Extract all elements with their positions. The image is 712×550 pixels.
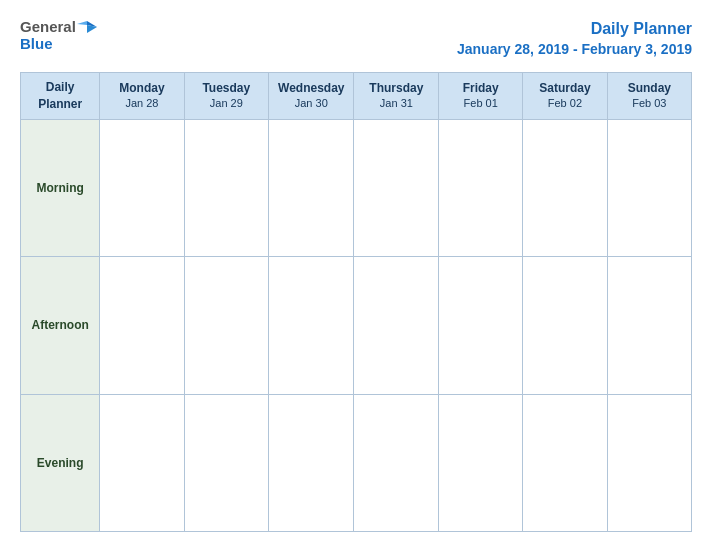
afternoon-thursday-cell[interactable]	[354, 257, 439, 394]
morning-row: Morning	[21, 119, 692, 256]
header-wednesday: Wednesday Jan 30	[269, 72, 354, 119]
afternoon-tuesday-cell[interactable]	[184, 257, 268, 394]
afternoon-wednesday-cell[interactable]	[269, 257, 354, 394]
tuesday-label: Tuesday	[189, 81, 264, 97]
header-thursday: Thursday Jan 31	[354, 72, 439, 119]
page-title: Daily Planner	[457, 18, 692, 40]
friday-date: Feb 01	[443, 96, 518, 110]
evening-label: Evening	[21, 394, 100, 531]
morning-monday-cell[interactable]	[100, 119, 184, 256]
afternoon-label: Afternoon	[21, 257, 100, 394]
afternoon-monday-cell[interactable]	[100, 257, 184, 394]
morning-friday-cell[interactable]	[439, 119, 523, 256]
logo-bird-icon	[77, 19, 97, 35]
monday-label: Monday	[104, 81, 179, 97]
afternoon-friday-cell[interactable]	[439, 257, 523, 394]
morning-sunday-cell[interactable]	[607, 119, 691, 256]
morning-wednesday-cell[interactable]	[269, 119, 354, 256]
header-monday: Monday Jan 28	[100, 72, 184, 119]
header-tuesday: Tuesday Jan 29	[184, 72, 268, 119]
saturday-date: Feb 02	[527, 96, 603, 110]
evening-friday-cell[interactable]	[439, 394, 523, 531]
calendar-table: Daily Planner Monday Jan 28 Tuesday Jan …	[20, 72, 692, 532]
morning-tuesday-cell[interactable]	[184, 119, 268, 256]
evening-row: Evening	[21, 394, 692, 531]
header-dp-line2: Planner	[38, 97, 82, 111]
svg-marker-1	[77, 21, 87, 25]
afternoon-row: Afternoon	[21, 257, 692, 394]
date-range: January 28, 2019 - February 3, 2019	[457, 40, 692, 60]
wednesday-date: Jan 30	[273, 96, 349, 110]
evening-saturday-cell[interactable]	[523, 394, 608, 531]
wednesday-label: Wednesday	[273, 81, 349, 97]
saturday-label: Saturday	[527, 81, 603, 97]
morning-label: Morning	[21, 119, 100, 256]
afternoon-saturday-cell[interactable]	[523, 257, 608, 394]
friday-label: Friday	[443, 81, 518, 97]
tuesday-date: Jan 29	[189, 96, 264, 110]
evening-sunday-cell[interactable]	[607, 394, 691, 531]
evening-tuesday-cell[interactable]	[184, 394, 268, 531]
evening-thursday-cell[interactable]	[354, 394, 439, 531]
page-header: General Blue Daily Planner January 28, 2…	[20, 18, 692, 60]
thursday-date: Jan 31	[358, 96, 434, 110]
header-friday: Friday Feb 01	[439, 72, 523, 119]
title-area: Daily Planner January 28, 2019 - Februar…	[457, 18, 692, 60]
header-row: Daily Planner Monday Jan 28 Tuesday Jan …	[21, 72, 692, 119]
evening-monday-cell[interactable]	[100, 394, 184, 531]
evening-wednesday-cell[interactable]	[269, 394, 354, 531]
header-dp-line1: Daily	[46, 80, 75, 94]
monday-date: Jan 28	[104, 96, 179, 110]
sunday-label: Sunday	[612, 81, 687, 97]
header-daily-planner: Daily Planner	[21, 72, 100, 119]
header-sunday: Sunday Feb 03	[607, 72, 691, 119]
morning-saturday-cell[interactable]	[523, 119, 608, 256]
header-saturday: Saturday Feb 02	[523, 72, 608, 119]
logo-blue-text: Blue	[20, 35, 53, 52]
logo: General Blue	[20, 18, 97, 52]
logo-general-text: General	[20, 18, 76, 35]
sunday-date: Feb 03	[612, 96, 687, 110]
afternoon-sunday-cell[interactable]	[607, 257, 691, 394]
thursday-label: Thursday	[358, 81, 434, 97]
morning-thursday-cell[interactable]	[354, 119, 439, 256]
